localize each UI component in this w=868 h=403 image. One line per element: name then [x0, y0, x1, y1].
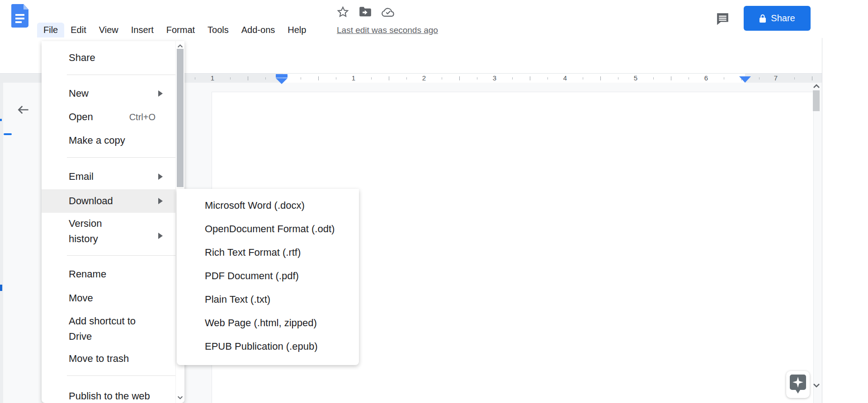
ruler-tick: [301, 77, 301, 80]
right-indent-marker[interactable]: [739, 76, 751, 84]
file-menu-new[interactable]: New: [42, 83, 176, 104]
outline-tick: [0, 119, 2, 121]
docs-logo-icon[interactable]: [11, 4, 28, 28]
ruler-tick: [265, 77, 266, 80]
star-icon[interactable]: [337, 6, 349, 20]
file-menu-add-shortcut-to-drive[interactable]: Add shortcut toDrive: [42, 312, 176, 347]
ruler-tick: [512, 77, 513, 80]
header: File Edit View Insert Format Tools Add-o…: [0, 0, 868, 38]
submenu-arrow-icon: [158, 90, 166, 97]
menu-help[interactable]: Help: [281, 23, 312, 37]
cloud-check-icon[interactable]: [381, 7, 395, 19]
ruler-tick: [724, 77, 724, 80]
ruler-tick: [336, 77, 336, 80]
submenu-arrow-icon: [158, 198, 166, 204]
download-html-zipped[interactable]: Web Page (.html, zipped): [177, 311, 359, 335]
file-menu-scrollbar-thumb[interactable]: [177, 49, 184, 187]
download-odt[interactable]: OpenDocument Format (.odt): [177, 217, 359, 241]
ruler-tick: [318, 76, 319, 80]
lock-icon: [759, 14, 766, 23]
file-menu-open[interactable]: OpenCtrl+O: [42, 106, 176, 128]
outline-heading-dash: [4, 133, 12, 135]
ruler-tick: [812, 76, 812, 80]
ruler-tick: [371, 77, 372, 80]
ruler-tick: [618, 77, 618, 80]
menubar: File Edit View Insert Format Tools Add-o…: [37, 23, 312, 37]
ruler-tick: [547, 77, 548, 80]
scroll-down-icon[interactable]: [813, 383, 820, 388]
menu-tools[interactable]: Tools: [201, 23, 235, 37]
file-menu-move-to-trash[interactable]: Move to trash: [42, 348, 176, 370]
ruler-tick: [195, 77, 195, 80]
side-panel: 31: [822, 38, 868, 403]
ruler-tick: [794, 77, 795, 80]
ruler-tick: [530, 76, 530, 80]
ruler-tick: [230, 77, 231, 80]
left-indent-marker[interactable]: [276, 74, 288, 84]
submenu-arrow-icon: [158, 173, 166, 180]
menu-insert[interactable]: Insert: [125, 23, 160, 37]
last-edit-link[interactable]: Last edit was seconds ago: [337, 25, 438, 35]
ruler-number-outside: 1: [211, 74, 214, 82]
submenu-arrow-icon: [158, 233, 166, 239]
scroll-up-icon[interactable]: [177, 44, 183, 48]
ruler-tick: [406, 77, 407, 80]
google-docs-window: File Edit View Insert Format Tools Add-o…: [0, 0, 868, 403]
ruler-tick: [389, 76, 389, 80]
ruler-tick: [477, 77, 477, 80]
ruler-tick: [689, 77, 689, 80]
ruler-tick: [759, 77, 760, 80]
file-menu-move[interactable]: Move: [42, 287, 176, 309]
doc-scrollbar: [811, 83, 822, 403]
scroll-up-icon[interactable]: [813, 84, 820, 89]
doc-scrollbar-thumb[interactable]: [813, 90, 820, 111]
menu-addons[interactable]: Add-ons: [235, 23, 282, 37]
file-menu-share[interactable]: Share: [42, 47, 176, 69]
ruler-tick: [600, 76, 601, 80]
file-menu-make-a-copy[interactable]: Make a copy: [42, 130, 176, 151]
download-submenu: Microsoft Word (.docx) OpenDocument Form…: [177, 189, 359, 365]
outline-strip: [0, 83, 3, 403]
file-menu-version-history[interactable]: Versionhistory: [42, 215, 176, 249]
explore-icon[interactable]: [790, 375, 806, 395]
share-button[interactable]: Share: [744, 6, 811, 31]
shortcut-label: Ctrl+O: [129, 112, 156, 122]
download-rtf[interactable]: Rich Text Format (.rtf): [177, 241, 359, 264]
download-docx[interactable]: Microsoft Word (.docx): [177, 194, 359, 217]
file-menu-download[interactable]: Download: [42, 189, 176, 213]
menu-format[interactable]: Format: [160, 23, 201, 37]
ruler-tick: [653, 77, 654, 80]
download-txt[interactable]: Plain Text (.txt): [177, 288, 359, 311]
outline-tick: [0, 285, 2, 291]
ruler-tick: [248, 76, 248, 80]
outline-panel: [0, 83, 42, 403]
file-menu-email[interactable]: Email: [42, 166, 176, 187]
back-arrow-icon[interactable]: [16, 103, 31, 119]
file-menu: Share New OpenCtrl+O Make a copy Email D…: [42, 41, 184, 403]
menu-edit[interactable]: Edit: [64, 23, 92, 37]
menu-view[interactable]: View: [93, 23, 125, 37]
download-epub[interactable]: EPUB Publication (.epub): [177, 335, 359, 358]
menu-file[interactable]: File: [37, 23, 64, 37]
file-menu-rename[interactable]: Rename: [42, 263, 176, 285]
comment-icon[interactable]: [715, 11, 730, 28]
explore-card: [786, 371, 810, 398]
download-pdf[interactable]: PDF Document (.pdf): [177, 264, 359, 288]
share-label: Share: [771, 13, 795, 23]
ruler-tick: [671, 76, 671, 80]
move-folder-icon[interactable]: [359, 7, 372, 19]
file-menu-publish-to-the-web[interactable]: Publish to the web: [42, 385, 176, 403]
ruler-tick: [442, 77, 442, 80]
scroll-down-icon[interactable]: [177, 395, 183, 400]
ruler-tick: [459, 76, 460, 80]
ruler-tick: [583, 77, 583, 80]
